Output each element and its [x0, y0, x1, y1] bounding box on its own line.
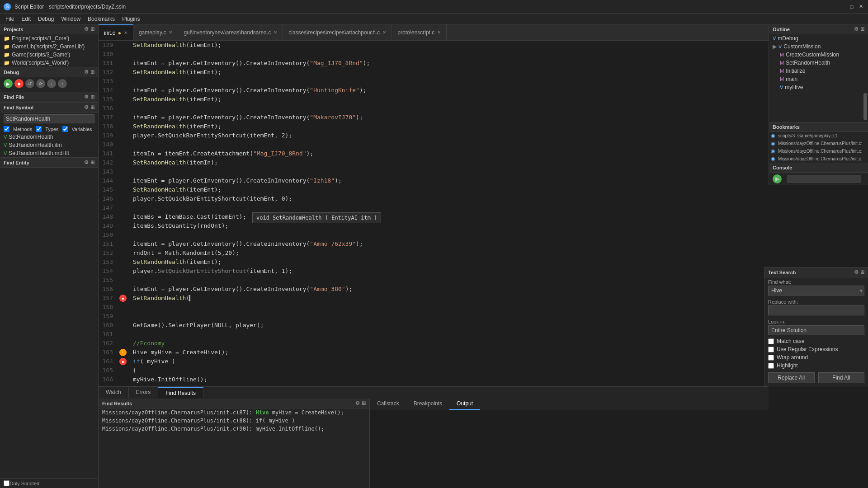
use-regex-checkbox[interactable] — [768, 347, 774, 352]
ln-132: 132 — [102, 68, 113, 77]
find-entity-icon-1[interactable]: ⚙ — [84, 160, 89, 165]
console-input[interactable] — [787, 175, 861, 183]
bookmark-1[interactable]: ◉ Missions/dayzOffline.ChernarusPlus/ini… — [769, 140, 868, 147]
maximize-button[interactable]: □ — [848, 3, 855, 10]
find-results-icon-2[interactable]: ⊞ — [362, 400, 366, 406]
code-line-141: itemIn = itemEnt.CreateAttachment("Mag_I… — [133, 149, 769, 158]
debug-stop-button[interactable]: ■ — [14, 79, 24, 88]
find-results-icon-1[interactable]: ⚙ — [355, 400, 360, 406]
outline-initialize[interactable]: M Initialize — [769, 67, 868, 75]
debug-step-into-button[interactable]: ↓ — [47, 79, 56, 88]
text-search-icon-1[interactable]: ⚙ — [854, 269, 859, 275]
find-file-icon-2[interactable]: ⊞ — [90, 94, 94, 100]
project-gamelib[interactable]: 📁 GameLib('scripts/2_GameLib') — [0, 42, 98, 51]
debug-header: Debug ⚙ ⊞ — [0, 67, 98, 77]
close-button[interactable]: ✕ — [857, 3, 864, 10]
project-world[interactable]: 📁 World('scripts/4_World') — [0, 59, 98, 67]
menu-window[interactable]: Window — [57, 15, 84, 23]
find-what-dropdown-icon[interactable]: ▼ — [859, 288, 863, 293]
tab-handsarea-close[interactable]: ✕ — [274, 30, 277, 35]
symbol-result-2[interactable]: V SetRandomHealth.rndHlt — [0, 149, 98, 157]
tab-watch[interactable]: Watch — [99, 387, 129, 399]
outline-icon-1[interactable]: ⚙ — [854, 26, 859, 32]
outline-myhive[interactable]: V myHive — [769, 83, 868, 91]
chevron-right-icon[interactable]: ▶ — [773, 43, 777, 50]
tab-init-close[interactable]: ✕ — [124, 30, 127, 35]
tab-find-results[interactable]: Find Results — [158, 387, 203, 399]
bookmark-2[interactable]: ◉ Missions/dayzOffline.ChernarusPlus/ini… — [769, 147, 868, 155]
outline-mdebug[interactable]: V mDebug — [769, 34, 868, 42]
variables-checkbox[interactable] — [62, 126, 68, 132]
find-entity-icon-2[interactable]: ⊞ — [90, 160, 94, 165]
find-what-input[interactable] — [768, 286, 864, 296]
minimize-button[interactable]: ─ — [839, 3, 846, 10]
find-all-button[interactable]: Find All — [818, 372, 865, 383]
code-line-167: } — [133, 384, 769, 386]
error-marker-164: ● — [119, 358, 127, 365]
replace-with-input[interactable] — [768, 305, 864, 315]
outline-icon-2[interactable]: ⊞ — [860, 26, 864, 32]
menu-plugins[interactable]: Plugins — [118, 15, 143, 23]
tab-enscript-close[interactable]: ✕ — [437, 30, 441, 35]
debug-play-button[interactable]: ▶ — [4, 79, 13, 88]
outline-createcustommission[interactable]: M CreateCustomMission — [769, 51, 868, 59]
output-tab-breakpoints[interactable]: Breakpoints — [406, 399, 449, 410]
bookmark-0[interactable]: ◉ scripts/3_Game/gameplay.c:1 — [769, 132, 868, 140]
projects-icon-1[interactable]: ⚙ — [84, 26, 89, 32]
symbol-result-1[interactable]: V SetRandomHealth.itm — [0, 141, 98, 149]
symbol-result-0[interactable]: V SetRandomHealth — [0, 133, 98, 141]
menu-edit[interactable]: Edit — [18, 15, 34, 23]
menu-file[interactable]: File — [2, 15, 18, 23]
find-result-0[interactable]: Missions/dayzOffline.ChernarusPlus/init.… — [99, 408, 369, 417]
ln-161: 161 — [102, 330, 113, 339]
tab-attachpouch[interactable]: classes\recipes\recipes\attachpouch.c ✕ — [283, 24, 392, 41]
find-symbol-input[interactable] — [4, 114, 94, 123]
debug-icon-1[interactable]: ⚙ — [84, 69, 89, 75]
highlight-checkbox[interactable] — [768, 363, 774, 369]
find-symbol-icon-1[interactable]: ⚙ — [84, 104, 89, 110]
console-go-button[interactable]: ▶ — [773, 174, 782, 183]
bookmark-3[interactable]: ◉ Missions/dayzOffline.ChernarusPlus/ini… — [769, 155, 868, 163]
project-engine[interactable]: 📁 Engine('scripts/1_Core') — [0, 34, 98, 42]
methods-checkbox[interactable] — [4, 126, 9, 132]
output-tab-callstack[interactable]: Callstack — [370, 399, 406, 410]
menu-bookmarks[interactable]: Bookmarks — [84, 15, 118, 23]
look-in-select[interactable]: Entire Solution Current File Open Files — [768, 325, 864, 335]
code-lines[interactable]: SetRandomHealth(itemEnt); itemEnt = play… — [129, 41, 769, 386]
output-tab-output[interactable]: Output — [449, 399, 480, 410]
match-case-checkbox[interactable] — [768, 338, 774, 344]
project-game[interactable]: 📁 Game('scripts/3_Game') — [0, 51, 98, 59]
tab-init[interactable]: init.c ● ✕ — [99, 24, 133, 41]
find-result-1[interactable]: Missions/dayzOffline.ChernarusPlus/init.… — [99, 417, 369, 425]
symbol-label-0: SetRandomHealth — [9, 134, 53, 140]
tab-handsarea[interactable]: gui\inventorynew\areas\handsarea.c ✕ — [178, 24, 283, 41]
replace-all-button[interactable]: Replace All — [768, 372, 815, 383]
text-search-icon-2[interactable]: ⊞ — [860, 269, 864, 275]
find-symbol-icon-2[interactable]: ⊞ — [90, 104, 94, 110]
wrap-around-checkbox[interactable] — [768, 355, 774, 361]
tab-gameplay-close[interactable]: ✕ — [169, 30, 172, 35]
tab-errors[interactable]: Errors — [129, 387, 159, 399]
debug-icon-2[interactable]: ⊞ — [90, 69, 94, 75]
tab-enscript[interactable]: proto\enscript.c ✕ — [392, 24, 447, 41]
outline-setrandomhealth[interactable]: M SetRandomHealth — [769, 59, 868, 67]
code-line-137: itemEnt = player.GetInventory().CreateIn… — [133, 113, 769, 122]
outline-main[interactable]: M main — [769, 75, 868, 83]
ln-151: 151 — [102, 239, 113, 249]
bookmark-label-2: Missions/dayzOffline.ChernarusPlus/init.… — [778, 149, 863, 154]
debug-step-out-button[interactable]: ↑ — [58, 79, 67, 88]
bookmark-icon-1: ◉ — [771, 141, 776, 146]
debug-step-over-button[interactable]: ⟳ — [36, 79, 45, 88]
find-result-2[interactable]: Missions/dayzOffline.ChernarusPlus/init.… — [99, 425, 369, 433]
tab-gameplay[interactable]: gameplay.c ✕ — [133, 24, 178, 41]
tab-attachpouch-close[interactable]: ✕ — [382, 30, 386, 35]
types-checkbox[interactable] — [36, 126, 42, 132]
find-symbol-checkboxes: Methods Types Variables — [0, 125, 98, 133]
projects-icon-2[interactable]: ⊞ — [90, 26, 94, 32]
outline-scrollbar-thumb[interactable] — [863, 93, 867, 120]
menu-debug[interactable]: Debug — [34, 15, 57, 23]
only-scripted-checkbox[interactable] — [4, 480, 9, 486]
find-file-icon-1[interactable]: ⚙ — [84, 94, 89, 100]
outline-custommission[interactable]: ▶ V CustomMission — [769, 42, 868, 51]
debug-restart-button[interactable]: ↺ — [25, 79, 34, 88]
